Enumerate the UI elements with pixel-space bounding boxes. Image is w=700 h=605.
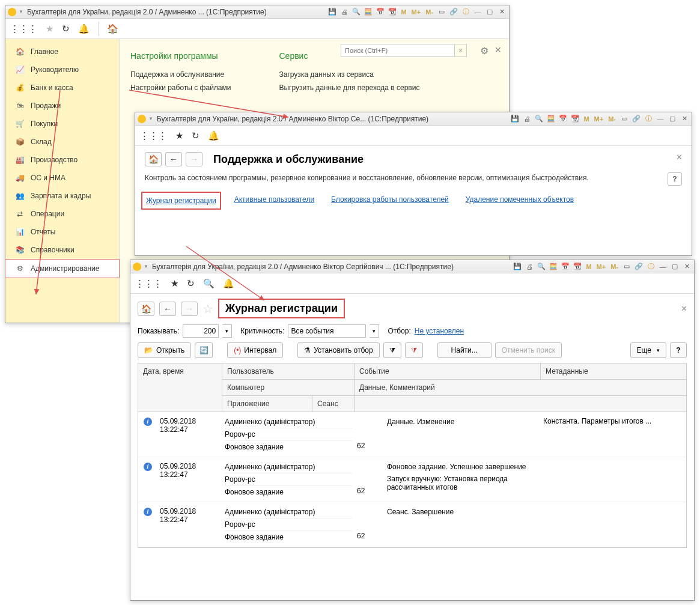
minimize-icon[interactable]: — (658, 262, 668, 272)
filter-link[interactable]: Не установлен (415, 327, 464, 335)
home-icon[interactable]: 🏠 (107, 23, 118, 34)
calc-icon[interactable]: 🧮 (549, 262, 558, 272)
date-icon[interactable]: 📆 (573, 262, 582, 272)
m-icon[interactable]: M (582, 115, 590, 123)
close-icon[interactable]: ✕ (682, 262, 692, 272)
save-icon[interactable]: 💾 (327, 7, 337, 17)
calendar-icon[interactable]: 📅 (376, 7, 385, 17)
table-row[interactable]: i 05.09.201813:22:47 Админенко (адмініст… (138, 502, 686, 547)
set-filter-button[interactable]: ⚗Установить отбор (297, 342, 379, 358)
link-file-settings[interactable]: Настройки работы с файлами (130, 81, 231, 94)
sidebar-item-bank[interactable]: 💰Банк и касса (5, 79, 119, 97)
link-event-log[interactable]: Журнал регистрации (145, 195, 218, 206)
sidebar-item-assets[interactable]: 🚚ОС и НМА (5, 169, 119, 187)
history-icon[interactable]: ↻ (187, 278, 195, 289)
table-row[interactable]: i 05.09.201813:22:47 Админенко (адмініст… (138, 457, 686, 502)
chevron-down-icon[interactable]: ▼ (144, 264, 148, 269)
bell-icon[interactable]: 🔔 (223, 278, 234, 289)
filter-toggle-button[interactable]: ⧩ (383, 342, 401, 358)
m-plus-icon[interactable]: M+ (595, 263, 607, 270)
search-icon[interactable]: 🔍 (352, 7, 361, 17)
m-minus-icon[interactable]: M- (609, 263, 619, 270)
maximize-icon[interactable]: ▢ (670, 262, 680, 272)
m-icon[interactable]: M (585, 263, 592, 270)
col-session[interactable]: Сеанс (312, 396, 355, 412)
link-icon[interactable]: 🔗 (634, 262, 644, 272)
close-icon[interactable]: ✕ (497, 7, 507, 17)
calc-icon[interactable]: 🧮 (364, 7, 373, 17)
link-delete-marked[interactable]: Удаление помеченных объектов (466, 195, 574, 206)
forward-button[interactable]: → (181, 302, 198, 316)
sidebar-item-payroll[interactable]: 👥Зарплата и кадры (5, 187, 119, 205)
m-icon[interactable]: M (400, 8, 407, 16)
find-button[interactable]: Найти... (437, 342, 492, 358)
col-app[interactable]: Приложение (222, 396, 312, 412)
link-icon[interactable]: 🔗 (449, 7, 458, 17)
calc-icon[interactable]: 🧮 (546, 114, 556, 124)
open-button[interactable]: 📂Открыть (138, 342, 191, 358)
m-plus-icon[interactable]: M+ (410, 8, 422, 16)
back-button[interactable]: ← (165, 152, 182, 166)
bell-icon[interactable]: 🔔 (208, 130, 219, 141)
star-icon[interactable]: ★ (171, 278, 178, 289)
filter-clear-button[interactable]: ⧩ (405, 342, 423, 358)
minimize-icon[interactable]: — (656, 114, 665, 124)
sidebar-item-operations[interactable]: ⇄Операции (5, 205, 119, 223)
star-icon[interactable]: ★ (175, 130, 183, 141)
favorite-star-icon[interactable]: ☆ (202, 302, 213, 316)
history-icon[interactable]: ↻ (192, 130, 199, 141)
close-page-icon[interactable]: × (677, 152, 682, 163)
link-export-data[interactable]: Выгрузить данные для перехода в сервис (279, 81, 419, 94)
col-computer[interactable]: Компьютер (222, 380, 355, 395)
show-count-input[interactable] (183, 324, 219, 338)
interval-button[interactable]: (•)Интервал (227, 342, 283, 358)
sidebar-item-catalogs[interactable]: 📚Справочники (5, 241, 119, 259)
grid-body[interactable]: i 05.09.201813:22:47 Админенко (адмініст… (138, 412, 686, 547)
m-minus-icon[interactable]: M- (607, 115, 617, 123)
calendar-icon[interactable]: 📅 (561, 262, 570, 272)
star-icon[interactable]: ★ (46, 23, 53, 34)
panel-icon[interactable]: ▭ (622, 262, 632, 272)
apps-icon[interactable]: ⋮⋮⋮ (10, 23, 37, 34)
more-button[interactable]: Еще▾ (630, 342, 666, 358)
date-icon[interactable]: 📆 (570, 114, 580, 124)
info-icon[interactable]: ⓘ (646, 262, 656, 272)
search-icon[interactable]: 🔍 (203, 278, 215, 289)
refresh-button[interactable]: 🔄 (195, 342, 213, 358)
forward-button[interactable]: → (186, 152, 202, 166)
col-data[interactable]: Данные, Комментарий (355, 380, 686, 395)
link-block-users[interactable]: Блокировка работы пользователей (331, 195, 449, 206)
panel-icon[interactable]: ▭ (619, 114, 629, 124)
cancel-find-button[interactable]: Отменить поиск (495, 342, 562, 358)
sidebar-item-manager[interactable]: 📈Руководителю (5, 61, 119, 79)
print-icon[interactable]: 🖨 (525, 262, 534, 272)
panel-icon[interactable]: ▭ (437, 7, 446, 17)
show-count-dropdown[interactable]: ▾ (222, 324, 232, 338)
info-icon[interactable]: ⓘ (461, 7, 470, 17)
criticality-select[interactable] (288, 324, 366, 338)
m-plus-icon[interactable]: M+ (593, 115, 605, 123)
close-page-icon[interactable]: × (681, 303, 687, 314)
minimize-icon[interactable]: — (473, 7, 482, 17)
link-active-users[interactable]: Активные пользователи (234, 195, 314, 206)
sidebar-item-purchases[interactable]: 🛒Покупки (5, 115, 119, 133)
search-icon[interactable]: 🔍 (537, 262, 546, 272)
maximize-icon[interactable]: ▢ (485, 7, 495, 17)
save-icon[interactable]: 💾 (510, 114, 520, 124)
sidebar-item-stock[interactable]: 📦Склад (5, 133, 119, 151)
help-button[interactable]: ? (668, 172, 682, 186)
sidebar-item-sales[interactable]: 🛍Продажи (5, 97, 119, 115)
col-meta[interactable]: Метаданные (541, 363, 686, 379)
sidebar-item-admin[interactable]: ⚙Администрирование (5, 259, 120, 278)
home-button[interactable]: 🏠 (145, 152, 162, 166)
print-icon[interactable]: 🖨 (522, 114, 532, 124)
help-button[interactable]: ? (670, 342, 687, 358)
sidebar-item-reports[interactable]: 📊Отчеты (5, 223, 119, 241)
col-user[interactable]: Пользователь (222, 363, 355, 379)
bell-icon[interactable]: 🔔 (78, 23, 90, 34)
home-button[interactable]: 🏠 (138, 302, 154, 316)
maximize-icon[interactable]: ▢ (668, 114, 677, 124)
link-support[interactable]: Поддержка и обслуживание (130, 68, 231, 81)
print-icon[interactable]: 🖨 (339, 7, 349, 17)
close-icon[interactable]: ✕ (680, 114, 689, 124)
